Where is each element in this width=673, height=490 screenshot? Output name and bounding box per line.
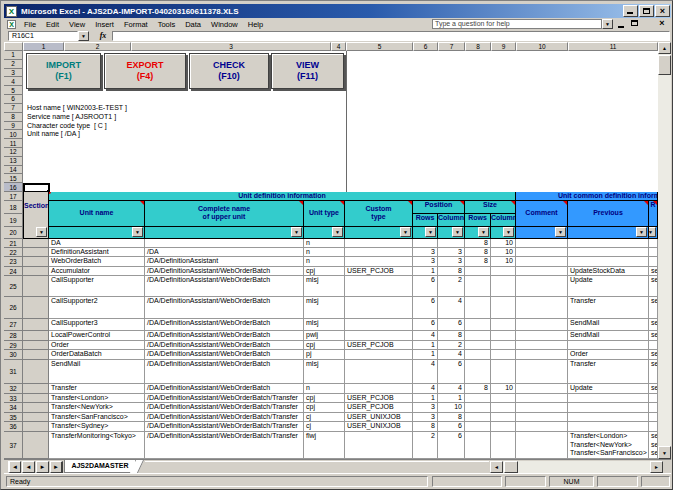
cell[interactable]: 1 <box>413 267 438 276</box>
row-header[interactable]: 15 <box>4 174 23 183</box>
cell[interactable]: Transfer<Sydney> <box>49 422 145 432</box>
horizontal-scrollbar[interactable]: ◄ ► <box>490 461 663 473</box>
cell[interactable]: se <box>649 276 658 297</box>
cell[interactable] <box>649 403 658 413</box>
cell[interactable] <box>516 403 568 413</box>
cell[interactable] <box>23 394 49 403</box>
cell[interactable] <box>465 319 491 331</box>
cell[interactable]: cpj <box>304 403 345 413</box>
cell[interactable]: Order <box>568 350 649 360</box>
cell[interactable] <box>23 422 49 432</box>
cell[interactable] <box>345 350 413 360</box>
cell[interactable] <box>491 403 516 413</box>
row-header[interactable]: 11 <box>4 139 23 148</box>
macro-button-view[interactable]: VIEW(F11) <box>271 53 344 89</box>
filter-dropdown-button[interactable]: ▼ <box>649 227 656 237</box>
menu-insert[interactable]: Insert <box>90 19 119 30</box>
cell[interactable] <box>649 239 658 248</box>
cell[interactable]: /DA/DefinitionAssistant/WebOrderBatch/Tr… <box>145 432 304 459</box>
cell[interactable] <box>23 341 49 350</box>
cell[interactable] <box>465 394 491 403</box>
filter-cell[interactable]: ▼ <box>465 227 491 239</box>
header-comment[interactable]: Comment <box>516 201 568 227</box>
cell[interactable] <box>23 413 49 422</box>
cell[interactable]: cj <box>304 413 345 422</box>
minimize-button[interactable] <box>623 5 638 17</box>
cell[interactable]: 8 <box>465 384 491 394</box>
cell[interactable] <box>345 319 413 331</box>
row-header[interactable]: 14 <box>4 166 23 175</box>
cell[interactable] <box>23 403 49 413</box>
column-header[interactable]: 5 <box>346 42 413 51</box>
cell[interactable]: /DA/DefinitionAssistant/WebOrderBatch <box>145 276 304 297</box>
cell[interactable] <box>516 248 568 257</box>
previous-sheet-button[interactable]: ◄ <box>22 461 35 473</box>
cell[interactable]: 4 <box>413 360 438 384</box>
cell[interactable] <box>516 413 568 422</box>
cell[interactable] <box>465 297 491 319</box>
cell[interactable] <box>465 267 491 276</box>
row-header[interactable]: 3 <box>4 69 23 78</box>
cell[interactable]: 4 <box>438 350 465 360</box>
filter-cell[interactable]: ▼ <box>145 227 304 239</box>
row-header[interactable]: 16 <box>4 183 23 192</box>
filter-dropdown-button[interactable]: ▼ <box>291 227 302 237</box>
cell[interactable] <box>516 350 568 360</box>
cell[interactable]: /DA <box>145 248 304 257</box>
cell[interactable] <box>491 422 516 432</box>
row-header[interactable]: 5 <box>4 86 23 95</box>
cell[interactable] <box>516 422 568 432</box>
cell[interactable]: /DA/DefinitionAssistant/WebOrderBatch <box>145 350 304 360</box>
cell[interactable]: 6 <box>438 319 465 331</box>
header-relation[interactable]: R <box>649 201 658 227</box>
header-section[interactable]: Section▼ <box>23 192 49 239</box>
cell[interactable]: 8 <box>465 257 491 267</box>
cell[interactable]: SendMail <box>49 360 145 384</box>
help-dropdown-icon[interactable]: ▼ <box>602 19 613 29</box>
cell[interactable]: cpj <box>304 341 345 350</box>
filter-dropdown-button[interactable]: ▼ <box>332 227 343 237</box>
cell[interactable]: n <box>304 248 345 257</box>
cell[interactable] <box>491 331 516 341</box>
row-header[interactable]: 36 <box>4 422 23 432</box>
cell[interactable] <box>23 297 49 319</box>
macro-button-export[interactable]: EXPORT(F4) <box>104 53 186 89</box>
cell[interactable] <box>491 267 516 276</box>
cell[interactable]: 6 <box>413 276 438 297</box>
cell[interactable]: se <box>649 297 658 319</box>
cell[interactable]: Order <box>49 341 145 350</box>
cell[interactable]: USER_PCJOB <box>345 267 413 276</box>
cell[interactable] <box>413 239 438 248</box>
cell[interactable] <box>649 248 658 257</box>
cell[interactable]: 3 <box>438 248 465 257</box>
cell[interactable]: 2 <box>438 276 465 297</box>
cell[interactable]: Transfer <box>568 360 649 384</box>
row-header[interactable]: 34 <box>4 403 23 413</box>
cell[interactable] <box>23 257 49 267</box>
cell[interactable] <box>491 394 516 403</box>
cell[interactable] <box>568 248 649 257</box>
menu-window[interactable]: Window <box>206 19 243 30</box>
filter-dropdown-button[interactable]: ▼ <box>478 227 489 237</box>
column-header[interactable]: 9 <box>491 42 516 51</box>
header-complete-name[interactable]: Complete nameof upper unit <box>145 201 304 227</box>
cell[interactable]: USER_PCJOB <box>345 403 413 413</box>
cell[interactable] <box>345 432 413 459</box>
column-header[interactable]: 4 <box>331 42 346 51</box>
cell[interactable]: TransferMonitoring<Tokyo> <box>49 432 145 459</box>
cell[interactable] <box>345 384 413 394</box>
scroll-left-button[interactable]: ◄ <box>490 461 503 473</box>
cell[interactable]: se <box>649 319 658 331</box>
cell[interactable]: Transfer<SanFrancisco> <box>49 413 145 422</box>
filter-dropdown-button[interactable]: ▼ <box>503 227 514 237</box>
cell[interactable] <box>465 413 491 422</box>
cell[interactable]: Update <box>568 276 649 297</box>
cell[interactable] <box>491 413 516 422</box>
row-header[interactable]: 18 <box>4 201 23 214</box>
row-header[interactable]: 33 <box>4 394 23 403</box>
cell[interactable] <box>516 384 568 394</box>
cell[interactable] <box>491 319 516 331</box>
row-header[interactable]: 10 <box>4 130 23 139</box>
cell[interactable] <box>516 360 568 384</box>
cell[interactable] <box>23 360 49 384</box>
